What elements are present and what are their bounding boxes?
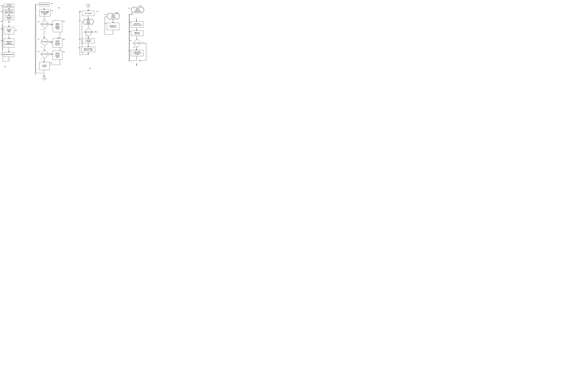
- diamond-642: NEW FRAME?: [84, 29, 94, 36]
- ref-652: 652: [105, 23, 106, 24]
- no-622: no: [41, 29, 42, 30]
- ref-602: 602: [1, 11, 3, 12]
- ref-644: 644: [78, 47, 80, 48]
- ref-601: 601: [1, 5, 3, 7]
- box-652: BEGIN DATA- SOURCE OP.: [107, 23, 119, 30]
- box-634: ASSIGN ALLOC. UPSTRM INPUT: [53, 51, 62, 60]
- ref-643: 643: [79, 39, 81, 40]
- box-644: BUILD & INITIAL CONTROL TABLE: [81, 47, 95, 52]
- label-600-1: 600: [4, 66, 6, 67]
- no-631: no: [41, 46, 42, 48]
- ref-641: 641: [79, 20, 81, 21]
- ref-635: 635: [50, 62, 52, 64]
- ref-634: 634: [63, 51, 65, 53]
- circle-a: A: [42, 76, 46, 80]
- diamond-622: CASC MIXRS: [40, 21, 50, 28]
- box-601: ASSIGN PAR. VALUES: [4, 4, 14, 8]
- ref-621: 621: [51, 10, 53, 11]
- box-605: FINALIZE PIPES: [39, 2, 50, 6]
- ref-664: 664: [130, 40, 131, 41]
- ref-662: 662: [129, 22, 131, 23]
- ref-661: 661: [129, 8, 130, 9]
- diamond-664: ALL DONE?: [132, 40, 142, 47]
- box-602: SET OVERALL GRAPH GOALS: [4, 9, 14, 14]
- box-663: READ ALL DEPENDS: [131, 31, 143, 36]
- ref-660: 660: [139, 5, 141, 7]
- box-632: ASSIGN ALLOC. DNSTRM OUTPUT: [53, 38, 62, 48]
- ref-610: 610: [15, 30, 17, 31]
- ref-604: 604: [1, 53, 3, 55]
- flowchart-diagram: 601 ASSIGN PAR. VALUES 602 SET OVERALL G…: [0, 0, 147, 93]
- hexagon-661: EACH FILTER, WHEN DONE: [131, 7, 145, 13]
- box-665: CALL NEXT DOWNSTREAM FILTER: [131, 50, 143, 56]
- diamond-633: ANY SPLTRS: [40, 51, 50, 58]
- hexagon-651: EACH 'START' FILTER: [106, 13, 120, 19]
- ref-651: 651: [104, 14, 106, 15]
- label-600-2: 600: [89, 68, 91, 69]
- box-611: COLLECT GRAPH INFO: [4, 27, 14, 34]
- yes-642: yes: [85, 35, 87, 36]
- ref-663: 663: [129, 31, 131, 32]
- yes-664: yes: [134, 47, 135, 48]
- ref-631: 631: [38, 39, 39, 40]
- ref-605: 605: [51, 3, 53, 4]
- no-633: no: [41, 58, 42, 59]
- ref-623: 623: [63, 21, 65, 22]
- box-635: ASSIGN ALLOC.: [39, 62, 50, 70]
- ref-633: 633: [38, 51, 39, 52]
- ref-640: 640: [96, 11, 98, 12]
- yes-633: yes: [50, 53, 52, 54]
- box-603: CONSTRUCT GRAPH: [4, 16, 14, 20]
- ref-622: 622: [38, 21, 39, 22]
- box-604: ACQUIRE GRAPH: [4, 52, 14, 57]
- hexagon-641: EACH CIRC. FRAME: [83, 19, 94, 24]
- box-623: MAKE OFFSET TABLE, DEPEND TABLE: [53, 21, 62, 32]
- circle-a-top: A: [86, 4, 90, 7]
- box-621: SELECT FRAME & SUBFRAME SIZES: [39, 10, 50, 16]
- yes-622: yes: [50, 23, 52, 24]
- ref-611: 611: [1, 28, 3, 30]
- ref-665: 665: [129, 50, 131, 52]
- no-642: no: [95, 31, 96, 32]
- ref-603: 603: [1, 21, 3, 22]
- box-662: RECORD IN CONTROL TABLE: [131, 21, 143, 28]
- yes-631: yes: [50, 41, 52, 42]
- box-612: CONSTRUCT FRAME NESTING TREE: [4, 39, 14, 48]
- box-643: ALLOCATE FRAME: [82, 38, 94, 43]
- arrows-layer: [0, 0, 147, 93]
- box-608: PLAY GRAPH: [82, 11, 94, 16]
- ref-632: 632: [63, 39, 65, 40]
- ref-608: 608: [79, 11, 81, 12]
- diamond-631: ANY MIXRS: [40, 38, 50, 45]
- ref-620: 620: [58, 7, 60, 9]
- ref-612: 612: [1, 40, 3, 41]
- no-664: no: [142, 42, 144, 43]
